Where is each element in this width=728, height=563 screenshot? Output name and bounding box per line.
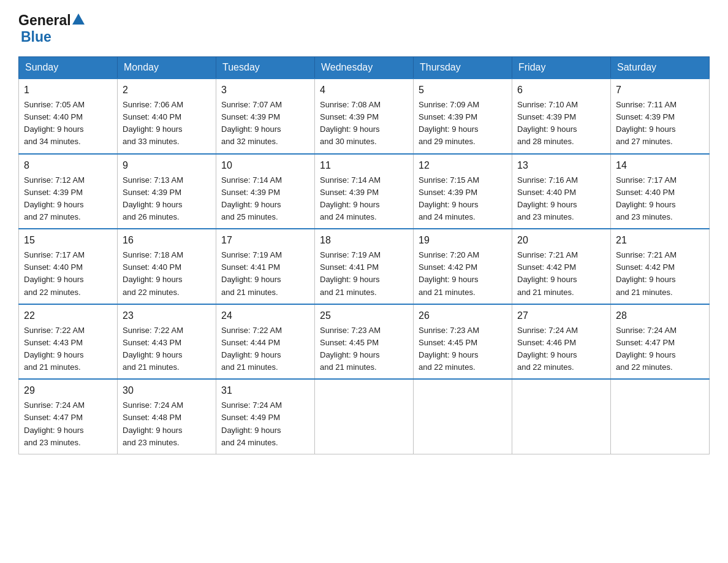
day-number: 2 xyxy=(123,83,211,98)
day-info: Sunrise: 7:24 AMSunset: 4:47 PMDaylight:… xyxy=(24,400,85,446)
day-number: 28 xyxy=(616,308,704,323)
calendar-cell: 28 Sunrise: 7:24 AMSunset: 4:47 PMDaylig… xyxy=(611,304,710,380)
day-info: Sunrise: 7:17 AMSunset: 4:40 PMDaylight:… xyxy=(616,175,677,221)
day-number: 13 xyxy=(517,158,605,173)
day-info: Sunrise: 7:22 AMSunset: 4:43 PMDaylight:… xyxy=(24,326,85,372)
day-number: 14 xyxy=(616,158,704,173)
calendar-cell: 5 Sunrise: 7:09 AMSunset: 4:39 PMDayligh… xyxy=(414,79,512,154)
day-of-week-sunday: Sunday xyxy=(19,57,118,79)
day-info: Sunrise: 7:05 AMSunset: 4:40 PMDaylight:… xyxy=(24,100,85,146)
calendar-cell xyxy=(512,379,611,454)
day-of-week-tuesday: Tuesday xyxy=(216,57,315,79)
calendar-body: 1 Sunrise: 7:05 AMSunset: 4:40 PMDayligh… xyxy=(19,79,710,454)
day-number: 25 xyxy=(320,308,408,323)
calendar-header: SundayMondayTuesdayWednesdayThursdayFrid… xyxy=(19,57,710,79)
day-info: Sunrise: 7:13 AMSunset: 4:39 PMDaylight:… xyxy=(123,175,183,221)
day-number: 6 xyxy=(517,83,605,98)
calendar-cell: 14 Sunrise: 7:17 AMSunset: 4:40 PMDaylig… xyxy=(611,154,710,229)
day-number: 31 xyxy=(221,383,309,398)
day-info: Sunrise: 7:24 AMSunset: 4:47 PMDaylight:… xyxy=(616,326,677,372)
day-info: Sunrise: 7:08 AMSunset: 4:39 PMDaylight:… xyxy=(320,100,381,146)
calendar-cell: 4 Sunrise: 7:08 AMSunset: 4:39 PMDayligh… xyxy=(315,79,414,154)
day-info: Sunrise: 7:21 AMSunset: 4:42 PMDaylight:… xyxy=(616,250,677,296)
day-info: Sunrise: 7:18 AMSunset: 4:40 PMDaylight:… xyxy=(123,250,183,296)
calendar-cell: 19 Sunrise: 7:20 AMSunset: 4:42 PMDaylig… xyxy=(414,229,512,304)
calendar-table: SundayMondayTuesdayWednesdayThursdayFrid… xyxy=(18,56,710,454)
calendar-week-2: 8 Sunrise: 7:12 AMSunset: 4:39 PMDayligh… xyxy=(19,154,710,229)
calendar-cell: 7 Sunrise: 7:11 AMSunset: 4:39 PMDayligh… xyxy=(611,79,710,154)
day-number: 18 xyxy=(320,233,408,248)
day-number: 19 xyxy=(419,233,507,248)
calendar-cell: 31 Sunrise: 7:24 AMSunset: 4:49 PMDaylig… xyxy=(216,379,315,454)
calendar-cell: 26 Sunrise: 7:23 AMSunset: 4:45 PMDaylig… xyxy=(414,304,512,380)
calendar-cell: 16 Sunrise: 7:18 AMSunset: 4:40 PMDaylig… xyxy=(118,229,216,304)
logo-general-text: General xyxy=(18,12,71,29)
day-number: 17 xyxy=(221,233,309,248)
day-info: Sunrise: 7:24 AMSunset: 4:49 PMDaylight:… xyxy=(221,400,282,446)
day-info: Sunrise: 7:24 AMSunset: 4:46 PMDaylight:… xyxy=(517,326,578,372)
calendar-cell: 10 Sunrise: 7:14 AMSunset: 4:39 PMDaylig… xyxy=(216,154,315,229)
day-info: Sunrise: 7:20 AMSunset: 4:42 PMDaylight:… xyxy=(419,250,479,296)
day-info: Sunrise: 7:16 AMSunset: 4:40 PMDaylight:… xyxy=(517,175,578,221)
day-info: Sunrise: 7:23 AMSunset: 4:45 PMDaylight:… xyxy=(419,326,479,372)
day-of-week-monday: Monday xyxy=(118,57,216,79)
day-info: Sunrise: 7:19 AMSunset: 4:41 PMDaylight:… xyxy=(221,250,282,296)
calendar-week-3: 15 Sunrise: 7:17 AMSunset: 4:40 PMDaylig… xyxy=(19,229,710,304)
calendar-cell: 15 Sunrise: 7:17 AMSunset: 4:40 PMDaylig… xyxy=(19,229,118,304)
calendar-cell: 6 Sunrise: 7:10 AMSunset: 4:39 PMDayligh… xyxy=(512,79,611,154)
day-number: 24 xyxy=(221,308,309,323)
calendar-cell: 18 Sunrise: 7:19 AMSunset: 4:41 PMDaylig… xyxy=(315,229,414,304)
calendar-week-5: 29 Sunrise: 7:24 AMSunset: 4:47 PMDaylig… xyxy=(19,379,710,454)
calendar-cell: 3 Sunrise: 7:07 AMSunset: 4:39 PMDayligh… xyxy=(216,79,315,154)
days-of-week-row: SundayMondayTuesdayWednesdayThursdayFrid… xyxy=(19,57,710,79)
logo: General Blue xyxy=(18,12,86,45)
day-info: Sunrise: 7:21 AMSunset: 4:42 PMDaylight:… xyxy=(517,250,578,296)
calendar-cell: 2 Sunrise: 7:06 AMSunset: 4:40 PMDayligh… xyxy=(118,79,216,154)
day-of-week-wednesday: Wednesday xyxy=(315,57,414,79)
day-info: Sunrise: 7:14 AMSunset: 4:39 PMDaylight:… xyxy=(320,175,381,221)
logo-triangle-icon xyxy=(72,13,85,25)
calendar-cell: 25 Sunrise: 7:23 AMSunset: 4:45 PMDaylig… xyxy=(315,304,414,380)
calendar-cell: 30 Sunrise: 7:24 AMSunset: 4:48 PMDaylig… xyxy=(118,379,216,454)
day-number: 23 xyxy=(123,308,211,323)
day-number: 8 xyxy=(24,158,112,173)
day-number: 3 xyxy=(221,83,309,98)
day-number: 10 xyxy=(221,158,309,173)
calendar-week-4: 22 Sunrise: 7:22 AMSunset: 4:43 PMDaylig… xyxy=(19,304,710,380)
day-number: 26 xyxy=(419,308,507,323)
day-of-week-thursday: Thursday xyxy=(414,57,512,79)
calendar-cell: 11 Sunrise: 7:14 AMSunset: 4:39 PMDaylig… xyxy=(315,154,414,229)
calendar-cell xyxy=(611,379,710,454)
day-info: Sunrise: 7:14 AMSunset: 4:39 PMDaylight:… xyxy=(221,175,282,221)
day-number: 30 xyxy=(123,383,211,398)
day-info: Sunrise: 7:22 AMSunset: 4:44 PMDaylight:… xyxy=(221,326,282,372)
day-info: Sunrise: 7:19 AMSunset: 4:41 PMDaylight:… xyxy=(320,250,381,296)
day-number: 16 xyxy=(123,233,211,248)
day-number: 1 xyxy=(24,83,112,98)
day-info: Sunrise: 7:09 AMSunset: 4:39 PMDaylight:… xyxy=(419,100,479,146)
day-info: Sunrise: 7:17 AMSunset: 4:40 PMDaylight:… xyxy=(24,250,85,296)
day-info: Sunrise: 7:15 AMSunset: 4:39 PMDaylight:… xyxy=(419,175,479,221)
calendar-cell: 24 Sunrise: 7:22 AMSunset: 4:44 PMDaylig… xyxy=(216,304,315,380)
day-of-week-friday: Friday xyxy=(512,57,611,79)
day-info: Sunrise: 7:07 AMSunset: 4:39 PMDaylight:… xyxy=(221,100,282,146)
day-info: Sunrise: 7:11 AMSunset: 4:39 PMDaylight:… xyxy=(616,100,677,146)
day-number: 21 xyxy=(616,233,704,248)
day-number: 15 xyxy=(24,233,112,248)
day-info: Sunrise: 7:06 AMSunset: 4:40 PMDaylight:… xyxy=(123,100,183,146)
day-number: 12 xyxy=(419,158,507,173)
calendar-cell: 1 Sunrise: 7:05 AMSunset: 4:40 PMDayligh… xyxy=(19,79,118,154)
calendar-cell: 13 Sunrise: 7:16 AMSunset: 4:40 PMDaylig… xyxy=(512,154,611,229)
calendar-cell: 27 Sunrise: 7:24 AMSunset: 4:46 PMDaylig… xyxy=(512,304,611,380)
calendar-cell: 8 Sunrise: 7:12 AMSunset: 4:39 PMDayligh… xyxy=(19,154,118,229)
day-number: 29 xyxy=(24,383,112,398)
calendar-cell: 20 Sunrise: 7:21 AMSunset: 4:42 PMDaylig… xyxy=(512,229,611,304)
day-info: Sunrise: 7:22 AMSunset: 4:43 PMDaylight:… xyxy=(123,326,183,372)
calendar-cell: 23 Sunrise: 7:22 AMSunset: 4:43 PMDaylig… xyxy=(118,304,216,380)
page-header: General Blue xyxy=(18,12,710,45)
calendar-cell: 9 Sunrise: 7:13 AMSunset: 4:39 PMDayligh… xyxy=(118,154,216,229)
day-number: 4 xyxy=(320,83,408,98)
calendar-cell: 22 Sunrise: 7:22 AMSunset: 4:43 PMDaylig… xyxy=(19,304,118,380)
calendar-cell: 12 Sunrise: 7:15 AMSunset: 4:39 PMDaylig… xyxy=(414,154,512,229)
day-number: 9 xyxy=(123,158,211,173)
